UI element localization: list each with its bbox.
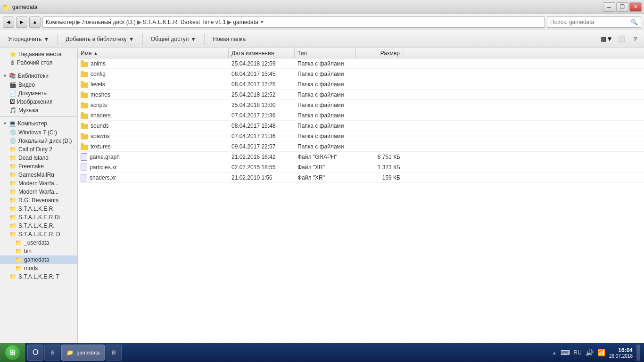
- file-list-container: Имя ▲ Дата изменения Тип Размер anims: [78, 48, 644, 348]
- sidebar-item-music[interactable]: 🎵 Музыка: [0, 106, 77, 115]
- share-button[interactable]: Общий доступ ▼: [146, 32, 202, 46]
- column-header-size[interactable]: Размер: [356, 48, 403, 58]
- file-date-cell: 09.04.2017 22:57: [229, 142, 295, 151]
- table-row[interactable]: levels 08.04.2017 17:25 Папка с файлами: [78, 79, 644, 90]
- arrow-up-icon[interactable]: ▲: [552, 350, 557, 355]
- column-header-name[interactable]: Имя ▲: [78, 48, 229, 58]
- sidebar-item-images[interactable]: 🖼 Изображения: [0, 98, 77, 106]
- new-folder-label: Новая папка: [213, 36, 246, 42]
- sidebar-item-stalker-dash[interactable]: 📁 S.T.A.L.K.E.R. -: [0, 222, 77, 230]
- back-button[interactable]: ◀: [3, 16, 14, 28]
- sidebar-item-rg-revenants[interactable]: 📁 R.G. Revenants: [0, 196, 77, 205]
- table-row[interactable]: game.graph 21.02.2016 16:42 Файл "GRAPH"…: [78, 152, 644, 162]
- sidebar-item-call-of-duty[interactable]: 📁 Call of Duty 2: [0, 145, 77, 154]
- table-row[interactable]: sounds 08.04.2017 15:48 Папка с файлами: [78, 121, 644, 131]
- help-button[interactable]: ?: [629, 33, 641, 45]
- folder-icon: [81, 112, 88, 119]
- file-name-cell: scripts: [78, 101, 229, 109]
- sidebar-item-modern-warfare-2[interactable]: 📁 Modern Warfa...: [0, 188, 77, 196]
- sidebar-section-libraries: ▼ 📚 Библиотеки 🎬 Видео 📄 Документы 🖼 Изо…: [0, 71, 77, 115]
- table-row[interactable]: anims 25.04.2018 12:59 Папка с файлами: [78, 58, 644, 69]
- music-icon: 🎵: [9, 107, 17, 114]
- file-name-cell: shaders: [78, 111, 229, 120]
- folder-icon: [81, 91, 88, 98]
- table-row[interactable]: scripts 25.04.2018 13:00 Папка с файлами: [78, 100, 644, 110]
- table-row[interactable]: config 08.04.2017 15:45 Папка с файлами: [78, 69, 644, 79]
- file-type-cell: Папка с файлами: [295, 122, 356, 130]
- sidebar-item-desktop[interactable]: 🖥 Рабочий стол: [0, 58, 77, 67]
- sidebar-item-stalker-d[interactable]: 📁 S.T.A.L.K.E.R. D: [0, 230, 77, 239]
- clock-date: 26.07.2018: [609, 354, 633, 359]
- show-desktop-button[interactable]: [636, 345, 640, 361]
- view-toggle-button[interactable]: ▦▼: [601, 33, 613, 45]
- add-library-label: Добавить в библиотеку: [66, 36, 127, 42]
- sidebar-item-recent[interactable]: ⭐ Недавние места: [0, 50, 77, 58]
- address-bar: ◀ ▶ ▲ Компьютер ▶ Локальный диск (D:) ▶ …: [0, 14, 644, 30]
- close-button[interactable]: ✕: [629, 2, 642, 12]
- table-row[interactable]: shaders 07.04.2017 21:36 Папка с файлами: [78, 110, 644, 121]
- restore-button[interactable]: ❐: [616, 2, 628, 12]
- up-button[interactable]: ▲: [29, 16, 41, 28]
- forward-button[interactable]: ▶: [16, 16, 27, 28]
- start-button[interactable]: ⊞: [0, 343, 25, 362]
- table-row[interactable]: particles.xr 02.07.2015 18:55 Файл "XR" …: [78, 162, 644, 173]
- sidebar-item-userdata[interactable]: 📁 _userdata: [0, 239, 77, 247]
- preview-toggle-button[interactable]: ⬜: [615, 33, 627, 45]
- folder-cod-icon: 📁: [9, 146, 17, 153]
- sidebar-libraries-header[interactable]: ▼ 📚 Библиотеки: [0, 71, 77, 81]
- column-header-type[interactable]: Тип: [295, 48, 356, 58]
- sidebar-item-documents[interactable]: 📄 Документы: [0, 89, 77, 98]
- clock-time: 16:04: [609, 347, 633, 354]
- organize-button[interactable]: Упорядочить ▼: [3, 32, 54, 46]
- sidebar-item-bin[interactable]: 📁 bin: [0, 247, 77, 255]
- breadcrumb-item-2[interactable]: S.T.A.L.K.E.R. Darkest Time v1.1: [143, 19, 226, 25]
- sidebar-item-mods[interactable]: 📁 mods: [0, 264, 77, 272]
- sidebar-item-stalker-di[interactable]: 📁 S.T.A.L.K.E.R Di: [0, 213, 77, 222]
- file-type-cell: Файл "GRAPH": [295, 153, 356, 161]
- minimize-button[interactable]: ─: [603, 2, 615, 12]
- file-name-cell: textures: [78, 142, 229, 151]
- sidebar-item-local-disk-d[interactable]: 💿 Локальный диск (D:): [0, 137, 77, 145]
- sidebar-item-dead-island[interactable]: 📁 Dead Island: [0, 154, 77, 162]
- sidebar-item-stalker-t[interactable]: 📁 S.T.A.L.K.E.R. T: [0, 272, 77, 281]
- breadcrumb[interactable]: Компьютер ▶ Локальный диск (D:) ▶ S.T.A.…: [42, 16, 545, 28]
- breadcrumb-item-0[interactable]: Компьютер: [46, 19, 75, 25]
- new-folder-button[interactable]: Новая папка: [207, 32, 251, 46]
- table-row[interactable]: textures 09.04.2017 22:57 Папка с файлам…: [78, 141, 644, 152]
- taskbar-item-explorer-1[interactable]: 🖥: [44, 345, 60, 361]
- network-icon[interactable]: 📶: [597, 349, 605, 356]
- breadcrumb-dropdown-arrow[interactable]: ▼: [260, 19, 264, 25]
- add-library-button[interactable]: Добавить в библиотеку ▼: [60, 32, 139, 46]
- volume-icon[interactable]: 🔊: [586, 349, 594, 356]
- taskbar-item-gamedata[interactable]: 📁 gamedata: [61, 345, 105, 361]
- sidebar-computer-header[interactable]: ▼ 💻 Компьютер: [0, 119, 77, 128]
- table-row[interactable]: meshes 25.04.2018 12:52 Папка с файлами: [78, 90, 644, 100]
- table-row[interactable]: spawns 07.04.2017 21:36 Папка с файлами: [78, 131, 644, 141]
- window-title: gamedata: [12, 4, 37, 10]
- folder-taskbar-icon: 📁: [66, 349, 74, 356]
- sidebar-item-gamesmailru[interactable]: 📁 GamesMailRu: [0, 171, 77, 179]
- taskbar-item-explorer-2[interactable]: 🖥: [106, 345, 122, 361]
- column-header-date[interactable]: Дата изменения: [229, 48, 295, 58]
- sidebar-item-freemake[interactable]: 📁 Freemake: [0, 162, 77, 171]
- table-row[interactable]: shaders.xr 21.02.2010 1:56 Файл "XR" 159…: [78, 173, 644, 183]
- search-bar[interactable]: 🔍: [547, 16, 641, 28]
- sidebar-item-gamedata[interactable]: 📁 gamedata: [0, 255, 77, 264]
- file-size-cell: [356, 104, 403, 106]
- taskbar-item-opera[interactable]: O: [27, 345, 43, 361]
- share-arrow-icon: ▼: [190, 36, 196, 42]
- keyboard-icon: ⌨: [561, 349, 570, 356]
- search-input[interactable]: [550, 19, 631, 25]
- file-icon: [81, 174, 87, 181]
- sidebar-item-video[interactable]: 🎬 Видео: [0, 81, 77, 89]
- sidebar-item-windows7[interactable]: 💿 Windows 7 (C:): [0, 128, 77, 137]
- breadcrumb-item-1[interactable]: Локальный диск (D:): [82, 19, 136, 25]
- sidebar-divider-1: [0, 69, 77, 69]
- file-size-cell: [356, 63, 403, 65]
- sidebar-item-modern-warfare-1[interactable]: 📁 Modern Warfa...: [0, 179, 77, 188]
- folder-icon: [81, 102, 88, 108]
- file-date-cell: 08.04.2017 15:45: [229, 70, 295, 78]
- file-size-cell: [356, 83, 403, 85]
- sidebar-item-stalker[interactable]: 📁 S.T.A.L.K.E.R: [0, 205, 77, 213]
- breadcrumb-item-3[interactable]: gamedata: [233, 19, 258, 25]
